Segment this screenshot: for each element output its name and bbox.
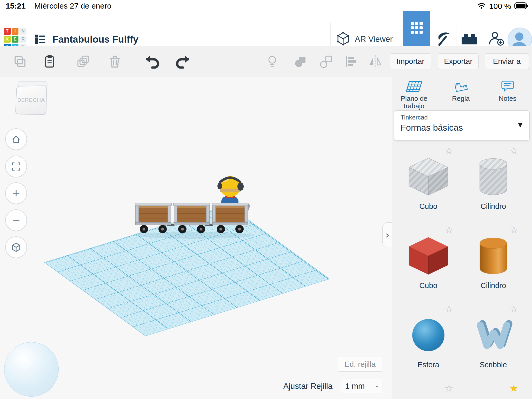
favorite-star-filled-icon[interactable]: ★: [509, 383, 518, 394]
shape-tile-esfera[interactable]: ☆ Esfera: [398, 304, 459, 379]
edit-grid-button[interactable]: Ed. rejilla: [338, 357, 382, 372]
design-properties-button[interactable]: [34, 33, 46, 45]
shape-tile-cubo-red[interactable]: ☆ Cubo: [398, 225, 459, 300]
model-cart: [174, 203, 210, 233]
status-time: 15:21: [6, 2, 26, 10]
shape-label: Cilindro: [463, 281, 524, 290]
workplane-tool-button[interactable]: Plano de trabajo: [395, 80, 434, 115]
delete-button[interactable]: [108, 54, 122, 69]
notes-icon: [499, 80, 516, 93]
blocks-view-button[interactable]: [434, 31, 451, 48]
shape-thumbnail: [463, 154, 524, 199]
wifi-icon: [477, 2, 486, 10]
group-button[interactable]: [293, 54, 308, 69]
perspective-toggle-button[interactable]: [5, 236, 27, 258]
ungroup-button[interactable]: [319, 54, 334, 69]
collapse-panel-button[interactable]: ›: [382, 222, 392, 247]
light-button[interactable]: [265, 54, 280, 69]
app-header: T I N K E R C A D Fantabu: [0, 11, 532, 46]
import-button[interactable]: Importar: [390, 54, 431, 69]
fit-view-button[interactable]: [5, 156, 27, 177]
shape-tile-cubo-gray[interactable]: ☆: [398, 145, 459, 221]
shape-label: Cilindro: [463, 202, 524, 211]
ar-viewer-label: AR Viewer: [355, 35, 393, 44]
edit-toolbar: Importar Exportar Enviar a: [0, 46, 532, 77]
shape-library-dropdown[interactable]: Tinkercad Formas básicas ▼: [394, 110, 530, 141]
logo-tile: T: [4, 28, 11, 35]
divider: [287, 51, 287, 72]
battery-percent: 100 %: [489, 2, 511, 11]
ar-hexagon-icon: [336, 31, 351, 47]
zoom-in-button[interactable]: [5, 182, 27, 204]
shape-thumbnail: [398, 234, 459, 278]
grid-icon: [411, 22, 423, 35]
list-icon: [34, 42, 46, 46]
model-cart: [212, 203, 248, 233]
tool-label: Regla: [441, 95, 480, 102]
shape-thumbnail: [463, 313, 524, 357]
caret-up-icon: ▴: [376, 384, 378, 388]
logo-tile: R: [19, 36, 26, 43]
undo-button[interactable]: [144, 54, 159, 69]
model-cart: [135, 203, 171, 233]
send-to-button[interactable]: Enviar a: [485, 54, 529, 69]
library-source: Tinkercad: [401, 114, 428, 121]
shape-tile-partial[interactable]: ★: [463, 383, 524, 399]
shape-thumbnail: [398, 154, 459, 199]
shapes-sidebar: Plano de trabajo Regla Notes Tinkercad: [392, 77, 532, 399]
grid-view-button[interactable]: [403, 11, 430, 46]
orbit-control[interactable]: [4, 342, 59, 397]
pickaxe-icon: [435, 31, 451, 48]
view-cube[interactable]: DERECHA: [14, 79, 50, 115]
logo-tile: E: [12, 36, 19, 43]
battery-icon: [514, 2, 528, 10]
view-cube-front-face[interactable]: DERECHA: [15, 85, 47, 115]
shape-tile-scribble[interactable]: ☆ Scribble: [463, 304, 524, 379]
logo-tile: I: [12, 28, 19, 35]
paste-button[interactable]: [42, 54, 57, 69]
logo-tile: K: [4, 36, 11, 43]
shape-label: Esfera: [398, 361, 459, 369]
zoom-out-button[interactable]: [5, 209, 27, 231]
person-add-icon: [488, 31, 505, 48]
home-view-button[interactable]: [5, 128, 27, 150]
duplicate-button[interactable]: [75, 54, 90, 69]
model-minion-train[interactable]: [130, 166, 255, 242]
shape-tile-cilindro-orange[interactable]: ☆ Cilindro: [463, 225, 524, 300]
view-cube-label: DERECHA: [17, 97, 45, 103]
tool-label: Plano de trabajo: [395, 95, 434, 110]
tool-label: Notes: [488, 95, 527, 102]
ruler-icon: [453, 80, 469, 93]
snap-grid-label: Ajustar Rejilla: [255, 382, 332, 391]
notes-tool-button[interactable]: Notes: [488, 80, 527, 115]
align-button[interactable]: [344, 54, 358, 69]
shape-thumbnail: [398, 313, 459, 357]
logo-tile: N: [19, 28, 26, 35]
snap-grid-dropdown[interactable]: 1 mm ▴: [341, 379, 382, 393]
copy-button[interactable]: [12, 54, 27, 69]
divider: [133, 51, 133, 72]
ios-status-bar: 15:21 Miércoles 27 de enero 100 %: [0, 0, 532, 11]
shape-label: Cubo: [398, 202, 459, 211]
library-category: Formas básicas: [401, 123, 463, 133]
status-date: Miércoles 27 de enero: [34, 2, 111, 10]
mirror-button[interactable]: [368, 54, 382, 69]
viewport-3d[interactable]: DERECHA: [0, 77, 392, 399]
workplane-icon: [406, 80, 422, 93]
bricks-view-button[interactable]: [461, 31, 478, 48]
shape-thumbnail: [463, 234, 524, 278]
chevron-right-icon: ›: [385, 230, 389, 240]
caret-down-icon: ▼: [518, 121, 523, 128]
design-title[interactable]: Fantabulous Fulffy: [52, 34, 138, 45]
shape-label: Cubo: [398, 281, 459, 290]
brick-icon: [461, 32, 478, 46]
snap-grid-value: 1 mm: [345, 382, 365, 390]
shape-tile-cilindro-gray[interactable]: ☆ Cilindro: [463, 145, 524, 221]
favorite-star-icon[interactable]: ☆: [444, 383, 453, 394]
shape-label: Scribble: [463, 361, 524, 369]
tinkercad-app: 15:21 Miércoles 27 de enero 100 %: [0, 0, 532, 399]
redo-button[interactable]: [176, 54, 191, 69]
shape-tile-partial[interactable]: ☆: [398, 383, 459, 399]
export-button[interactable]: Exportar: [438, 54, 478, 69]
ruler-tool-button[interactable]: Regla: [441, 80, 480, 115]
